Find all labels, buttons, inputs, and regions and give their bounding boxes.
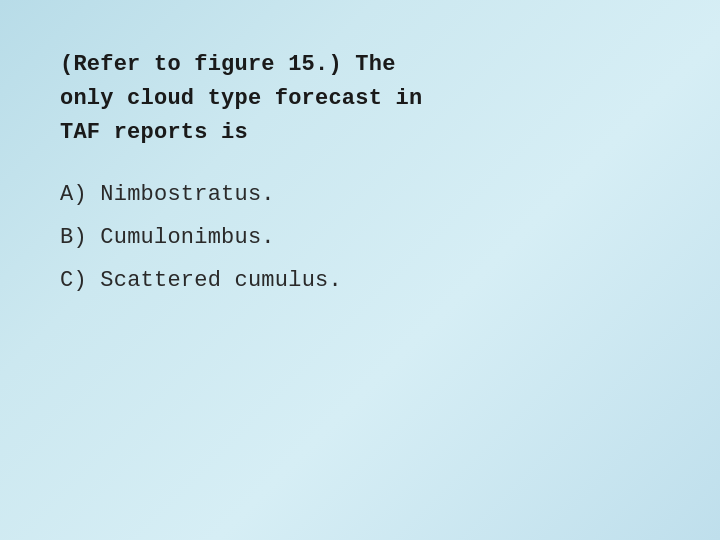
answer-label-c: C) bbox=[60, 268, 87, 293]
answer-item-b[interactable]: B) Cumulonimbus. bbox=[60, 221, 422, 254]
question-line-1: (Refer to figure 15.) The bbox=[60, 52, 396, 77]
question-text: (Refer to figure 15.) The only cloud typ… bbox=[60, 48, 422, 150]
question-line-3: TAF reports is bbox=[60, 120, 248, 145]
content-area: (Refer to figure 15.) The only cloud typ… bbox=[0, 0, 482, 345]
answer-text-c: Scattered cumulus. bbox=[100, 268, 342, 293]
answer-text-a: Nimbostratus. bbox=[100, 182, 275, 207]
answer-list: A) Nimbostratus. B) Cumulonimbus. C) Sca… bbox=[60, 178, 422, 297]
question-line-2: only cloud type forecast in bbox=[60, 86, 422, 111]
answer-item-a[interactable]: A) Nimbostratus. bbox=[60, 178, 422, 211]
answer-label-b: B) bbox=[60, 225, 87, 250]
answer-label-a: A) bbox=[60, 182, 87, 207]
answer-text-b: Cumulonimbus. bbox=[100, 225, 275, 250]
answer-item-c[interactable]: C) Scattered cumulus. bbox=[60, 264, 422, 297]
